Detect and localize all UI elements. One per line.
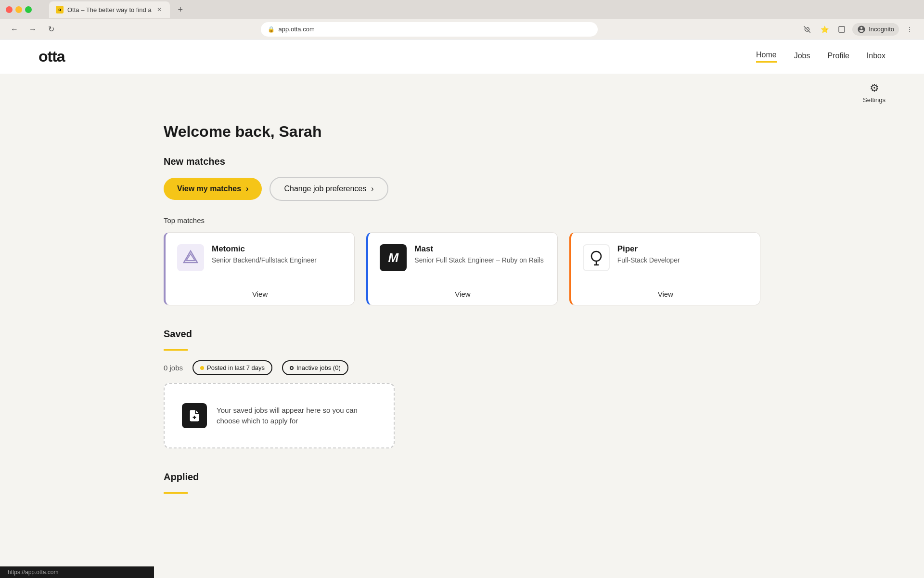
piper-view-button[interactable]: View bbox=[571, 283, 760, 305]
posted-filter-chip[interactable]: Posted in last 7 days bbox=[192, 360, 272, 375]
mast-job-title: Senior Full Stack Engineer – Ruby on Rai… bbox=[414, 256, 543, 265]
posted-dot bbox=[200, 366, 204, 370]
empty-saved-text: Your saved jobs will appear here so you … bbox=[217, 405, 376, 427]
change-prefs-button[interactable]: Change job preferences › bbox=[270, 177, 388, 201]
mast-company: Mast bbox=[414, 244, 543, 254]
chevron-right-icon-2: › bbox=[371, 184, 373, 193]
browser-menu-icon[interactable] bbox=[835, 23, 848, 36]
incognito-label: Incognito bbox=[869, 26, 894, 33]
chevron-right-icon: › bbox=[246, 184, 248, 193]
inactive-filter-chip[interactable]: Inactive jobs (0) bbox=[282, 360, 348, 375]
svg-rect-1 bbox=[839, 26, 845, 32]
metomic-logo bbox=[177, 244, 204, 271]
nav-profile[interactable]: Profile bbox=[828, 52, 849, 62]
app-header: otta Home Jobs Profile Inbox bbox=[0, 39, 924, 74]
piper-job-title: Full-Stack Developer bbox=[617, 256, 680, 265]
view-matches-button[interactable]: View my matches › bbox=[164, 178, 262, 200]
mast-logo: M bbox=[380, 244, 407, 271]
metomic-job-title: Senior Backend/Fullstack Engineer bbox=[212, 256, 317, 265]
applied-title: Applied bbox=[164, 472, 760, 483]
action-buttons: View my matches › Change job preferences… bbox=[164, 177, 760, 201]
top-matches-label: Top matches bbox=[164, 216, 760, 224]
job-card-metomic: Metomic Senior Backend/Fullstack Enginee… bbox=[164, 232, 355, 305]
svg-point-4 bbox=[591, 251, 601, 261]
job-card-piper: Piper Full-Stack Developer View bbox=[569, 232, 760, 305]
minimize-button[interactable] bbox=[15, 6, 22, 13]
applied-underline bbox=[164, 492, 188, 494]
nav-jobs[interactable]: Jobs bbox=[794, 52, 810, 62]
saved-underline bbox=[164, 349, 188, 351]
piper-logo bbox=[583, 244, 610, 271]
new-tab-button[interactable]: + bbox=[174, 3, 187, 16]
posted-filter-label: Posted in last 7 days bbox=[207, 364, 265, 371]
back-button[interactable]: ← bbox=[8, 23, 21, 36]
new-matches-title: New matches bbox=[164, 156, 760, 167]
inactive-filter-label: Inactive jobs (0) bbox=[296, 364, 341, 371]
inactive-dot bbox=[290, 366, 294, 370]
bookmark-icon[interactable]: ⭐ bbox=[818, 23, 831, 36]
status-bar: https://app.otta.com bbox=[0, 566, 154, 578]
lock-icon: 🔒 bbox=[268, 26, 275, 33]
maximize-button[interactable] bbox=[25, 6, 32, 13]
gear-icon: ⚙ bbox=[870, 82, 879, 94]
browser-tab[interactable]: o Otta – The better way to find a ✕ bbox=[49, 1, 170, 18]
empty-saved-card: Your saved jobs will appear here so you … bbox=[164, 383, 395, 448]
metomic-view-button[interactable]: View bbox=[166, 283, 354, 305]
incognito-button[interactable]: Incognito bbox=[852, 23, 899, 36]
settings-label: Settings bbox=[863, 96, 886, 104]
address-text: app.otta.com bbox=[279, 26, 315, 33]
settings-button[interactable]: ⚙ Settings bbox=[863, 82, 886, 104]
close-button[interactable] bbox=[6, 6, 13, 13]
nav-home[interactable]: Home bbox=[756, 51, 777, 63]
nav-inbox[interactable]: Inbox bbox=[867, 52, 886, 62]
camera-off-icon[interactable] bbox=[800, 23, 814, 36]
saved-jobs-count: 0 jobs bbox=[164, 364, 183, 372]
piper-company: Piper bbox=[617, 244, 680, 254]
status-url: https://app.otta.com bbox=[8, 569, 58, 576]
tab-favicon: o bbox=[56, 6, 64, 13]
file-plus-icon bbox=[182, 403, 207, 428]
tab-title: Otta – The better way to find a bbox=[67, 6, 152, 13]
main-nav: Home Jobs Profile Inbox bbox=[756, 51, 886, 63]
saved-title: Saved bbox=[164, 328, 760, 340]
welcome-heading: Welcome back, Sarah bbox=[164, 123, 760, 141]
saved-header: 0 jobs Posted in last 7 days Inactive jo… bbox=[164, 360, 760, 375]
applied-section: Applied bbox=[164, 472, 760, 494]
address-bar[interactable]: 🔒 app.otta.com bbox=[261, 22, 598, 37]
tab-close-button[interactable]: ✕ bbox=[155, 6, 163, 13]
metomic-company: Metomic bbox=[212, 244, 317, 254]
saved-section: Saved 0 jobs Posted in last 7 days Inact… bbox=[164, 328, 760, 448]
more-options-icon[interactable]: ⋮ bbox=[903, 23, 916, 36]
otta-logo[interactable]: otta bbox=[38, 48, 65, 66]
traffic-lights[interactable] bbox=[6, 6, 32, 13]
forward-button[interactable]: → bbox=[26, 23, 39, 36]
reload-button[interactable]: ↻ bbox=[44, 23, 58, 36]
job-card-mast: M Mast Senior Full Stack Engineer – Ruby… bbox=[366, 232, 557, 305]
job-cards: Metomic Senior Backend/Fullstack Enginee… bbox=[164, 232, 760, 305]
mast-view-button[interactable]: View bbox=[368, 283, 557, 305]
